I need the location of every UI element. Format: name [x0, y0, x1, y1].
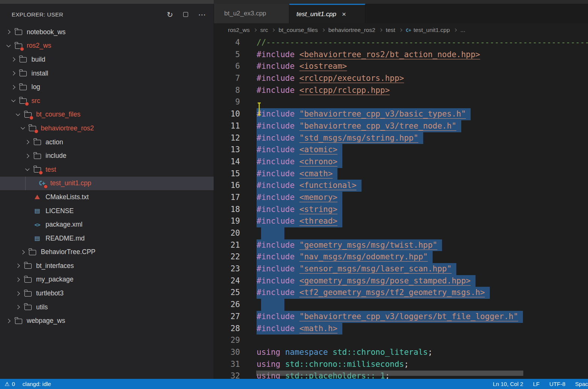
- horizontal-scrollbar[interactable]: [256, 371, 523, 376]
- close-icon[interactable]: ×: [342, 11, 346, 18]
- book-file-icon: ▤: [32, 206, 43, 215]
- chevron-right-icon[interactable]: [13, 275, 22, 284]
- tree-item-label: install: [32, 70, 49, 77]
- line-number: 32: [214, 370, 240, 379]
- tree-item-include[interactable]: include: [0, 149, 214, 163]
- chevron-down-icon[interactable]: [4, 41, 13, 50]
- tree-item-log[interactable]: log: [0, 80, 214, 94]
- tree-item-README.md[interactable]: ▤README.md: [0, 232, 214, 245]
- code-line-12[interactable]: 12#include "std_msgs/msg/string.hpp": [214, 132, 588, 144]
- breadcrumb-item-behaviortree_ros2[interactable]: behaviortree_ros2: [328, 27, 375, 33]
- code-line-21[interactable]: 21#include "geometry_msgs/msg/twist.hpp": [214, 239, 588, 251]
- code-line-15[interactable]: 15#include <cmath>: [214, 168, 588, 180]
- code-line-30[interactable]: 30using namespace std::chrono_literals;: [214, 347, 588, 359]
- tree-item-notebook_ws[interactable]: notebook_ws: [0, 25, 214, 39]
- tree-item-CMakeLists.txt[interactable]: CMakeLists.txt: [0, 190, 214, 204]
- line-text: #include "nav_msgs/msg/odometry.hpp": [240, 251, 433, 263]
- code-line-10[interactable]: 10#include "behaviortree_cpp_v3/basic_ty…: [214, 108, 588, 120]
- breadcrumb-item-...[interactable]: ...: [460, 27, 465, 33]
- code-line-24[interactable]: 24#include <geometry_msgs/msg/pose_stamp…: [214, 275, 588, 287]
- chevron-down-icon[interactable]: [9, 96, 18, 105]
- status-bar: ⚠0clangd: idle Ln 10, Col 2LFUTF-8Spac: [0, 379, 588, 389]
- tree-item-my_package[interactable]: my_package: [0, 273, 214, 287]
- code-line-29[interactable]: 29: [214, 335, 588, 347]
- code-line-9[interactable]: 9: [214, 96, 588, 108]
- code-line-25[interactable]: 25#include <tf2_geometry_msgs/tf2_geomet…: [214, 287, 588, 299]
- code-line-13[interactable]: 13#include <atomic>: [214, 144, 588, 156]
- code-line-22[interactable]: 22#include "nav_msgs/msg/odometry.hpp": [214, 251, 588, 263]
- tab-test_unit1.cpp[interactable]: test_unit1.cpp×: [289, 4, 365, 23]
- tree-item-package.xml[interactable]: <>package.xml: [0, 218, 214, 232]
- folder-icon: [18, 69, 29, 78]
- code-line-27[interactable]: 27#include "behaviortree_cpp_v3/loggers/…: [214, 311, 588, 323]
- code-line-7[interactable]: 7#include <rclcpp/executors.hpp>: [214, 73, 588, 85]
- breadcrumb-item-bt_course_files[interactable]: bt_course_files: [278, 27, 318, 33]
- code-line-16[interactable]: 16#include <functional>: [214, 180, 588, 192]
- tab-bt_u2_ex3.cpp[interactable]: bt_u2_ex3.cpp: [214, 4, 289, 23]
- tree-item-webpage_ws[interactable]: webpage_ws: [0, 314, 214, 328]
- code-line-26[interactable]: 26: [214, 299, 588, 311]
- status-cursor-position[interactable]: Ln 10, Col 2: [493, 381, 523, 387]
- code-line-28[interactable]: 28#include <math.h>: [214, 323, 588, 335]
- status-encoding[interactable]: UTF-8: [549, 381, 565, 387]
- chevron-right-icon[interactable]: [4, 27, 13, 36]
- tree-item-action[interactable]: action: [0, 135, 214, 149]
- code-line-8[interactable]: 8#include <rclcpp/rclcpp.hpp>: [214, 85, 588, 97]
- chevron-right-icon[interactable]: [13, 289, 22, 298]
- code-line-31[interactable]: 31using std::chrono::milliseconds;: [214, 359, 588, 371]
- chevron-right-icon[interactable]: [13, 261, 22, 270]
- tree-item-turtlebot3[interactable]: turtlebot3: [0, 286, 214, 300]
- more-actions-icon[interactable]: ⋯: [198, 11, 206, 18]
- code-line-14[interactable]: 14#include <chrono>: [214, 156, 588, 168]
- refresh-icon[interactable]: ↻: [167, 11, 173, 18]
- chevron-right-icon[interactable]: [23, 138, 32, 147]
- code-line-18[interactable]: 18#include <string>: [214, 204, 588, 216]
- line-number: 27: [214, 311, 240, 323]
- tree-item-bt_interfaces[interactable]: bt_interfaces: [0, 259, 214, 273]
- code-line-5[interactable]: 5#include <behaviortree_ros2/bt_action_n…: [214, 49, 588, 61]
- chevron-right-icon[interactable]: [4, 316, 13, 325]
- tree-item-build[interactable]: build: [0, 53, 214, 67]
- status-eol-sequence[interactable]: LF: [533, 381, 540, 387]
- tree-item-LICENSE[interactable]: ▤LICENSE: [0, 204, 214, 218]
- chevron-right-icon[interactable]: [9, 55, 18, 64]
- status-problems[interactable]: ⚠0: [5, 381, 15, 387]
- code-line-23[interactable]: 23#include "sensor_msgs/msg/laser_scan.h…: [214, 263, 588, 275]
- tree-item-src[interactable]: src: [0, 94, 214, 108]
- breadcrumb-item-test_unit1.cpp[interactable]: test_unit1.cpp: [413, 27, 450, 33]
- line-number: 29: [214, 335, 240, 347]
- chevron-down-icon[interactable]: [23, 165, 32, 174]
- breadcrumb-item-test[interactable]: test: [386, 27, 395, 33]
- chevron-down-icon[interactable]: [18, 124, 27, 133]
- tree-item-test[interactable]: test: [0, 163, 214, 177]
- line-number: 30: [214, 347, 240, 359]
- chevron-right-icon[interactable]: [9, 69, 18, 78]
- tree-item-install[interactable]: install: [0, 67, 214, 80]
- chevron-right-icon[interactable]: [18, 248, 27, 257]
- status-indentation[interactable]: Spac: [575, 381, 588, 387]
- tree-item-behaviortree_ros2[interactable]: behaviortree_ros2: [0, 121, 214, 135]
- code-editor[interactable]: 4//-------------------------------------…: [214, 37, 588, 379]
- status-clangd-status[interactable]: clangd: idle: [23, 381, 51, 387]
- collapse-folders-icon[interactable]: [183, 12, 188, 17]
- breadcrumb-item-ros2_ws[interactable]: ros2_ws: [228, 27, 250, 33]
- tree-item-BehaviorTree.CPP[interactable]: BehaviorTree.CPP: [0, 245, 214, 259]
- tree-item-ros2_ws[interactable]: ros2_ws: [0, 39, 214, 53]
- code-line-20[interactable]: 20: [214, 227, 588, 239]
- tree-item-utils[interactable]: utils: [0, 300, 214, 314]
- chevron-down-icon[interactable]: [13, 110, 22, 119]
- code-line-19[interactable]: 19#include <thread>: [214, 215, 588, 227]
- tree-item-test_unit1.cpp[interactable]: C+test_unit1.cpp: [0, 177, 214, 191]
- chevron-right-icon: [454, 29, 457, 32]
- chevron-right-icon[interactable]: [23, 151, 32, 160]
- code-line-17[interactable]: 17#include <memory>: [214, 192, 588, 204]
- code-line-11[interactable]: 11#include "behaviortree_cpp_v3/tree_nod…: [214, 120, 588, 132]
- folder-icon: [18, 55, 29, 64]
- chevron-right-icon[interactable]: [9, 83, 18, 92]
- folder-icon: [32, 165, 43, 174]
- chevron-right-icon[interactable]: [13, 303, 22, 312]
- code-line-6[interactable]: 6#include <iostream>: [214, 61, 588, 73]
- breadcrumb-item-src[interactable]: src: [260, 27, 268, 33]
- code-line-4[interactable]: 4//-------------------------------------…: [214, 37, 588, 49]
- tree-item-bt_course_files[interactable]: bt_course_files: [0, 108, 214, 122]
